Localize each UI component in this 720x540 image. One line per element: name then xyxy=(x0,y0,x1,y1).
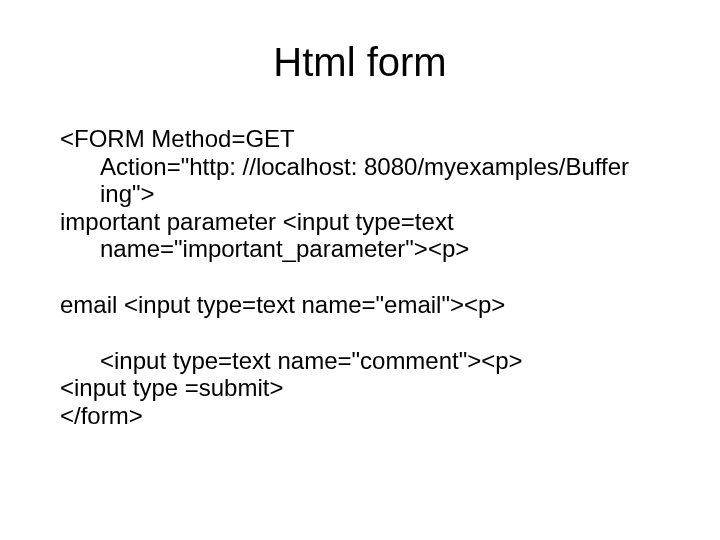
code-line-3: ing"> xyxy=(60,180,660,208)
code-line-9: </form> xyxy=(60,402,660,430)
code-line-7: <input type=text name="comment"><p> xyxy=(60,347,660,375)
code-block: <FORM Method=GET Action="http: //localho… xyxy=(60,125,660,429)
code-line-2: Action="http: //localhost: 8080/myexampl… xyxy=(60,153,660,181)
code-line-5: name="important_parameter"><p> xyxy=(60,235,660,263)
code-line-8: <input type =submit> xyxy=(60,374,660,402)
code-line-4: important parameter <input type=text xyxy=(60,208,660,236)
code-line-1: <FORM Method=GET xyxy=(60,125,660,153)
slide-title: Html form xyxy=(60,40,660,85)
code-line-6: email <input type=text name="email"><p> xyxy=(60,291,660,319)
